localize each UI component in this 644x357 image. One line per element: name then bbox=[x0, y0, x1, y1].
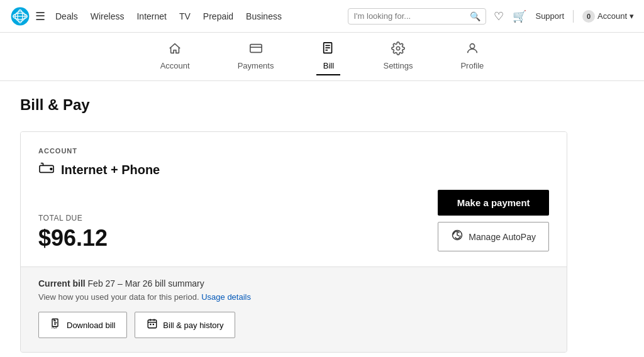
calendar-icon bbox=[147, 318, 158, 332]
subnav-settings-label: Settings bbox=[383, 61, 413, 70]
subnav-bill-label: Bill bbox=[323, 61, 334, 70]
search-input[interactable] bbox=[353, 11, 470, 21]
svg-point-11 bbox=[396, 47, 400, 50]
make-payment-button[interactable]: Make a payment bbox=[438, 190, 549, 216]
card-top-section: ACCOUNT Internet + Phone TOTAL DUE $96.1… bbox=[21, 132, 567, 266]
data-usage-text: View how you used your data for this per… bbox=[38, 292, 199, 302]
current-bill-row: Current bill Feb 27 – Mar 26 bill summar… bbox=[38, 278, 549, 288]
autopay-icon bbox=[451, 229, 464, 244]
nav-item-wireless[interactable]: Wireless bbox=[91, 11, 125, 21]
svg-rect-22 bbox=[148, 320, 157, 328]
subnav-settings[interactable]: Settings bbox=[378, 38, 418, 75]
account-button[interactable]: 0 Account ▾ bbox=[582, 10, 634, 23]
card-bottom-section: Current bill Feb 27 – Mar 26 bill summar… bbox=[21, 266, 567, 352]
account-card: ACCOUNT Internet + Phone TOTAL DUE $96.1… bbox=[20, 131, 567, 353]
svg-rect-27 bbox=[153, 324, 154, 325]
total-due-amount: $96.12 bbox=[38, 225, 108, 251]
service-name-text: Internet + Phone bbox=[61, 163, 160, 177]
search-bar: 🔍 bbox=[348, 8, 486, 25]
account-badge: 0 bbox=[582, 10, 595, 23]
subnav-account-label: Account bbox=[160, 61, 190, 70]
profile-icon bbox=[465, 41, 479, 58]
hamburger-menu-icon[interactable]: ☰ bbox=[35, 9, 45, 23]
payments-icon bbox=[249, 41, 263, 58]
bill-pay-history-button[interactable]: Bill & pay history bbox=[135, 312, 235, 338]
download-bill-label: Download bill bbox=[67, 321, 115, 330]
subnav-payments[interactable]: Payments bbox=[233, 38, 279, 75]
svg-point-14 bbox=[50, 168, 52, 170]
account-home-icon bbox=[168, 41, 182, 58]
top-navigation: ☰ Deals Wireless Internet TV Prepaid Bus… bbox=[0, 0, 644, 33]
card-bottom-actions: PDF Download bill bbox=[38, 312, 549, 338]
nav-item-tv[interactable]: TV bbox=[179, 11, 191, 21]
download-bill-button[interactable]: PDF Download bill bbox=[38, 312, 127, 338]
support-link[interactable]: Support bbox=[535, 11, 564, 21]
data-usage-row: View how you used your data for this per… bbox=[38, 292, 549, 302]
divider bbox=[573, 10, 574, 23]
svg-text:PDF: PDF bbox=[52, 326, 57, 329]
svg-rect-26 bbox=[150, 324, 152, 325]
total-due-section: TOTAL DUE $96.12 bbox=[38, 214, 108, 251]
page-title: Bill & Pay bbox=[20, 96, 624, 114]
current-bill-label: Current bill bbox=[38, 278, 86, 288]
att-logo[interactable] bbox=[10, 6, 30, 26]
bill-icon bbox=[321, 41, 335, 58]
search-button[interactable]: 🔍 bbox=[470, 11, 480, 21]
manage-autopay-button[interactable]: Manage AutoPay bbox=[438, 222, 549, 251]
main-content: Bill & Pay ACCOUNT Internet + Phone bbox=[0, 81, 644, 357]
sub-navigation: Account Payments Bill Sett bbox=[0, 33, 644, 81]
svg-rect-5 bbox=[250, 45, 261, 53]
account-section-label: ACCOUNT bbox=[38, 147, 549, 155]
pdf-icon: PDF bbox=[50, 318, 62, 332]
cart-icon[interactable]: 🛒 bbox=[513, 9, 526, 23]
svg-point-12 bbox=[470, 44, 474, 48]
main-nav-links: Deals Wireless Internet TV Prepaid Busin… bbox=[55, 11, 348, 21]
card-actions: Make a payment Manage AutoPay bbox=[438, 190, 549, 251]
nav-icons: ♡ 🛒 Support 0 Account ▾ bbox=[494, 9, 634, 23]
bill-history-label: Bill & pay history bbox=[163, 321, 223, 330]
service-name: Internet + Phone bbox=[38, 161, 549, 178]
subnav-profile[interactable]: Profile bbox=[455, 38, 489, 75]
billing-row: TOTAL DUE $96.12 Make a payment bbox=[38, 190, 549, 251]
autopay-label: Manage AutoPay bbox=[469, 232, 536, 242]
router-icon bbox=[38, 161, 55, 178]
total-due-label: TOTAL DUE bbox=[38, 214, 108, 222]
usage-details-link[interactable]: Usage details bbox=[201, 292, 251, 302]
account-label: Account bbox=[597, 11, 627, 21]
subnav-payments-label: Payments bbox=[238, 61, 274, 70]
nav-item-deals[interactable]: Deals bbox=[55, 11, 78, 21]
subnav-bill[interactable]: Bill bbox=[316, 38, 340, 75]
subnav-profile-label: Profile bbox=[460, 61, 484, 70]
account-chevron-icon: ▾ bbox=[630, 11, 634, 21]
settings-icon bbox=[391, 41, 405, 58]
current-bill-period-text: Feb 27 – Mar 26 bill summary bbox=[88, 278, 204, 288]
nav-item-business[interactable]: Business bbox=[246, 11, 282, 21]
subnav-account[interactable]: Account bbox=[155, 38, 195, 75]
nav-item-prepaid[interactable]: Prepaid bbox=[203, 11, 233, 21]
nav-item-internet[interactable]: Internet bbox=[136, 11, 166, 21]
favorites-icon[interactable]: ♡ bbox=[494, 9, 504, 23]
